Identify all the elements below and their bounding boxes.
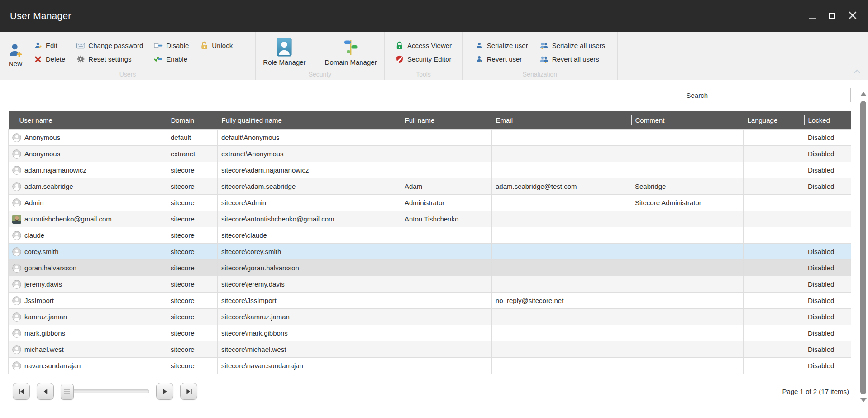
delete-user-button[interactable]: Delete <box>33 54 65 64</box>
table-row[interactable]: Adminsitecoresitecore\AdminAdministrator… <box>9 195 851 211</box>
user-name-text: mark.gibbons <box>24 329 65 337</box>
content-area: Search User nameDomainFully qualified na… <box>0 80 868 418</box>
disable-icon <box>154 42 163 49</box>
users-column-4: Unlock <box>200 39 233 50</box>
person-avatar-icon <box>12 198 21 207</box>
edit-user-button[interactable]: Edit <box>33 41 65 50</box>
cell-fqn: sitecore\mark.gibbons <box>218 325 401 341</box>
column-header-email[interactable]: Email <box>492 111 631 130</box>
cell-locked <box>804 227 851 244</box>
scrollbar-thumb[interactable] <box>860 101 866 394</box>
column-header-comment[interactable]: Comment <box>631 111 744 130</box>
group-label-serialization: Serialization <box>463 71 617 78</box>
table-row[interactable]: adam.seabridgesitecoresitecore\adam.seab… <box>9 178 851 195</box>
window-controls <box>809 11 857 21</box>
column-header-language[interactable]: Language <box>744 111 804 130</box>
column-header-full-name[interactable]: Full name <box>401 111 492 130</box>
cell-user-name: adam.najamanowicz <box>9 162 167 178</box>
table-row[interactable]: mark.gibbonssitecoresitecore\mark.gibbon… <box>9 325 851 341</box>
serialize-user-label: Serialize user <box>487 42 528 49</box>
reset-settings-button[interactable]: Reset settings <box>76 54 143 64</box>
maximize-button[interactable] <box>829 13 835 19</box>
serialize-all-users-button[interactable]: Serialize all users <box>540 41 606 50</box>
revert-user-button[interactable]: Revert user <box>475 54 528 64</box>
security-editor-button[interactable]: Security Editor <box>395 54 452 64</box>
search-input[interactable] <box>714 88 851 102</box>
serialize-user-button[interactable]: Serialize user <box>475 41 528 50</box>
new-user-button[interactable]: New <box>8 39 23 67</box>
cell-locked <box>804 211 851 227</box>
previous-page-button[interactable] <box>37 383 54 400</box>
cell-comment <box>631 260 744 276</box>
revert-all-users-button[interactable]: Revert all users <box>540 54 606 64</box>
person-avatar-icon <box>12 296 21 305</box>
table-row[interactable]: navan.sundarrajansitecoresitecore\navan.… <box>9 358 851 374</box>
close-button[interactable] <box>848 11 857 21</box>
table-row[interactable]: Anonymousdefaultdefault\AnonymousDisable… <box>9 130 851 146</box>
cell-full-name <box>401 309 492 325</box>
table-row[interactable]: claudesitecoresitecore\claude <box>9 227 851 244</box>
cell-user-name: navan.sundarrajan <box>9 358 167 374</box>
search-label: Search <box>686 91 708 99</box>
cell-language <box>744 276 804 293</box>
scroll-up-arrow[interactable] <box>860 92 867 96</box>
access-viewer-label: Access Viewer <box>407 42 452 49</box>
page-slider-thumb[interactable] <box>61 384 74 400</box>
cell-domain: sitecore <box>167 341 218 358</box>
ribbon-group-users: New Edit Delete Change password <box>0 32 256 80</box>
column-header-locked[interactable]: Locked <box>804 111 851 130</box>
minimize-button[interactable] <box>809 13 816 19</box>
access-viewer-button[interactable]: Access Viewer <box>395 41 452 50</box>
table-row[interactable]: antontishchenko@gmail.comsitecoresitecor… <box>9 211 851 227</box>
unlock-user-button[interactable]: Unlock <box>200 41 233 50</box>
table-row[interactable]: corey.smithsitecoresitecore\corey.smithD… <box>9 244 851 260</box>
cell-locked: Disabled <box>804 244 851 260</box>
cell-full-name <box>401 227 492 244</box>
group-label-users: Users <box>0 71 255 78</box>
cell-full-name: Anton Tishchenko <box>401 211 492 227</box>
last-page-button[interactable] <box>180 383 197 400</box>
column-header-domain[interactable]: Domain <box>167 111 218 130</box>
cell-comment <box>631 293 744 309</box>
cell-full-name: Adam <box>401 178 492 195</box>
column-header-user-name[interactable]: User name <box>9 111 167 130</box>
cell-user-name: goran.halvarsson <box>9 260 167 276</box>
enable-user-button[interactable]: Enable <box>154 54 189 64</box>
user-name-text: adam.seabridge <box>24 183 73 190</box>
cell-email <box>492 146 631 162</box>
page-slider[interactable] <box>61 383 149 400</box>
role-manager-label: Role Manager <box>263 58 305 66</box>
column-header-fqn[interactable]: Fully qualified name <box>218 111 401 130</box>
enable-icon <box>154 56 163 62</box>
user-name-text: goran.halvarsson <box>24 264 76 272</box>
scroll-down-arrow[interactable] <box>860 398 867 402</box>
cell-user-name: Anonymous <box>9 130 167 146</box>
serialize-user-icon <box>475 42 484 49</box>
next-page-button[interactable] <box>156 383 173 400</box>
table-row[interactable]: Anonymousextranetextranet\AnonymousDisab… <box>9 146 851 162</box>
table-row[interactable]: michael.westsitecoresitecore\michael.wes… <box>9 341 851 358</box>
page-slider-track[interactable] <box>61 389 149 393</box>
disable-user-button[interactable]: Disable <box>154 41 189 50</box>
table-row[interactable]: adam.najamanowiczsitecoresitecore\adam.n… <box>9 162 851 178</box>
person-avatar-icon <box>12 149 21 159</box>
cell-user-name: adam.seabridge <box>9 178 167 195</box>
person-avatar-icon <box>12 361 21 370</box>
group-label-tools: Tools <box>385 71 462 78</box>
change-password-button[interactable]: Change password <box>76 41 143 50</box>
cell-user-name: mark.gibbons <box>9 325 167 341</box>
collapse-ribbon-button[interactable] <box>854 67 861 75</box>
photo-avatar-icon <box>12 215 21 224</box>
table-row[interactable]: JssImportsitecoresitecore\JssImportno_re… <box>9 293 851 309</box>
first-page-button[interactable] <box>13 383 30 400</box>
cell-language <box>744 293 804 309</box>
cell-fqn: sitecore\corey.smith <box>218 244 401 260</box>
cell-full-name <box>401 244 492 260</box>
table-row[interactable]: kamruz.jamansitecoresitecore\kamruz.jama… <box>9 309 851 325</box>
table-row[interactable]: jeremy.davissitecoresitecore\jeremy.davi… <box>9 276 851 293</box>
table-row[interactable]: goran.halvarssonsitecoresitecore\goran.h… <box>9 260 851 276</box>
cell-email <box>492 341 631 358</box>
users-table: User nameDomainFully qualified nameFull … <box>8 111 851 374</box>
cell-full-name <box>401 358 492 374</box>
cell-comment <box>631 325 744 341</box>
